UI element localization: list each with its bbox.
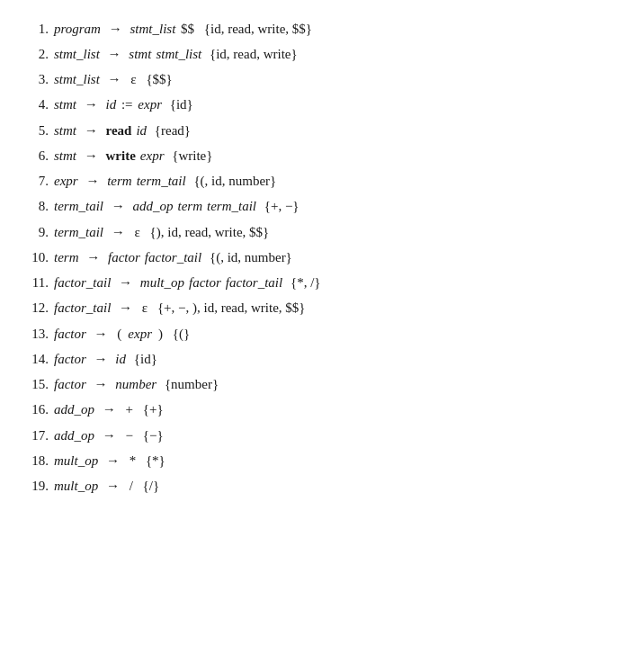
sym-lparen-13: (: [117, 324, 121, 345]
rule-1: 1. program → stmt_list $$ {id, read, wri…: [22, 16, 622, 41]
rule-number-5: 5.: [22, 121, 49, 141]
rule-body-3: stmt_list → ε {$$}: [54, 69, 173, 90]
lookahead-13: {(}: [169, 324, 190, 345]
rule-number-16: 16.: [22, 399, 49, 420]
rule-number-7: 7.: [22, 171, 49, 192]
nt-number-15: number: [115, 374, 157, 395]
rule-body-12: factor_tail → ε {+, −, ), id, read, writ…: [54, 298, 306, 318]
rule-17: 17. add_op → − {−}: [22, 423, 622, 448]
nt-stmt-6: stmt: [54, 146, 76, 166]
sym-dollar-1: $$: [177, 19, 194, 40]
lookahead-1: {id, read, write, $$}: [201, 19, 312, 40]
rule-3: 3. stmt_list → ε {$$}: [22, 67, 622, 93]
rule-body-18: mult_op → * {*}: [54, 451, 165, 471]
nt-factor-15: factor: [54, 374, 86, 395]
rule-2: 2. stmt_list → stmt stmt_list {id, read,…: [22, 41, 622, 67]
arrow-11: →: [115, 273, 136, 293]
rule-number-8: 8.: [22, 196, 49, 217]
rule-number-19: 19.: [22, 476, 49, 497]
rule-number-15: 15.: [22, 374, 49, 395]
nt-stmt-4: stmt: [54, 94, 76, 115]
space-13b: [152, 324, 157, 345]
rule-number-10: 10.: [22, 247, 49, 268]
arrow-1: →: [105, 19, 126, 40]
lookahead-4: {id}: [166, 94, 193, 115]
rule-14: 14. factor → id {id}: [22, 346, 622, 372]
nt-term_tail-8b: term_tail: [207, 196, 256, 217]
sym-minus-17: −: [126, 426, 133, 446]
rule-body-5: stmt → read id {read}: [54, 121, 191, 141]
rule-body-9: term_tail → ε {), id, read, write, $$}: [54, 222, 269, 243]
rule-number-11: 11.: [22, 273, 49, 293]
rule-body-17: add_op → − {−}: [54, 426, 164, 446]
arrow-13: →: [91, 324, 112, 345]
lookahead-11: {*, /}: [287, 273, 320, 293]
arrow-14: →: [91, 349, 112, 370]
rule-10: 10. term → factor factor_tail {(, id, nu…: [22, 245, 622, 270]
lookahead-6: {write}: [168, 146, 212, 166]
arrow-18: →: [103, 451, 123, 471]
nt-add_op-8: add_op: [133, 196, 174, 217]
nt-stmt_list-3: stmt_list: [54, 69, 100, 90]
rule-13: 13. factor → ( expr ) {(}: [22, 321, 622, 346]
rule-body-19: mult_op → / {/}: [54, 476, 159, 497]
rule-5: 5. stmt → read id {read}: [22, 118, 622, 143]
rule-number-17: 17.: [22, 426, 49, 446]
nt-factor-13: factor: [54, 324, 86, 345]
rule-body-4: stmt → id := expr {id}: [54, 94, 193, 115]
rule-7: 7. expr → term term_tail {(, id, number}: [22, 169, 622, 194]
nt-term_tail-9: term_tail: [54, 222, 103, 243]
nt-add_op-16: add_op: [54, 399, 94, 420]
nt-mult_op-18: mult_op: [54, 451, 98, 471]
arrow-19: →: [103, 476, 123, 497]
sym-assign-4: :=: [118, 94, 136, 115]
lookahead-10: {(, id, number}: [206, 247, 292, 268]
sym-epsilon-3: ε: [130, 69, 136, 90]
arrow-15: →: [91, 374, 112, 395]
rule-number-12: 12.: [22, 298, 49, 318]
nt-id-14: id: [115, 349, 126, 370]
kw-read-5: read: [106, 121, 132, 141]
nt-term-8: term: [178, 196, 203, 217]
lookahead-7: {(, id, number}: [191, 171, 277, 192]
nt-factor-11: factor: [189, 273, 221, 293]
lookahead-5: {read}: [151, 121, 191, 141]
rule-number-3: 3.: [22, 69, 49, 90]
rule-19: 19. mult_op → / {/}: [22, 474, 622, 499]
rule-number-1: 1.: [22, 19, 49, 40]
rule-number-4: 4.: [22, 94, 49, 115]
nt-factor-14: factor: [54, 349, 86, 370]
nt-stmt_list-2b: stmt_list: [156, 44, 201, 65]
nt-factor_tail-12: factor_tail: [54, 298, 111, 318]
rule-body-8: term_tail → add_op term term_tail {+, −}: [54, 196, 300, 217]
nt-factor_tail-11b: factor_tail: [226, 273, 282, 293]
rule-number-2: 2.: [22, 44, 49, 65]
rule-18: 18. mult_op → * {*}: [22, 448, 622, 473]
nt-expr-6: expr: [140, 146, 165, 166]
rule-body-6: stmt → write expr {write}: [54, 146, 212, 166]
lookahead-3: {$$}: [143, 69, 173, 90]
nt-stmt_list-1: stmt_list: [130, 19, 175, 40]
nt-term-7: term: [107, 171, 132, 192]
rule-16: 16. add_op → + {+}: [22, 398, 622, 423]
nt-term_tail-8: term_tail: [54, 196, 103, 217]
sym-epsilon-12: ε: [142, 298, 148, 318]
arrow-2: →: [104, 44, 125, 65]
rule-body-1: program → stmt_list $$ {id, read, write,…: [54, 19, 312, 40]
arrow-6: →: [81, 146, 102, 166]
nt-stmt-5: stmt: [54, 121, 76, 141]
arrow-17: →: [99, 426, 120, 446]
arrow-5: →: [81, 121, 102, 141]
lookahead-18: {*}: [142, 451, 165, 471]
nt-term_tail-7: term_tail: [137, 171, 186, 192]
nt-expr-4: expr: [138, 94, 162, 115]
sym-slash-19: /: [130, 476, 133, 497]
rule-number-18: 18.: [22, 451, 49, 471]
nt-stmt_list-2: stmt_list: [54, 44, 100, 65]
rule-number-9: 9.: [22, 222, 49, 243]
nt-add_op-17: add_op: [54, 426, 94, 446]
rule-body-14: factor → id {id}: [54, 349, 157, 370]
rule-number-14: 14.: [22, 349, 49, 370]
lookahead-14: {id}: [130, 349, 157, 370]
arrow-3: →: [104, 69, 125, 90]
